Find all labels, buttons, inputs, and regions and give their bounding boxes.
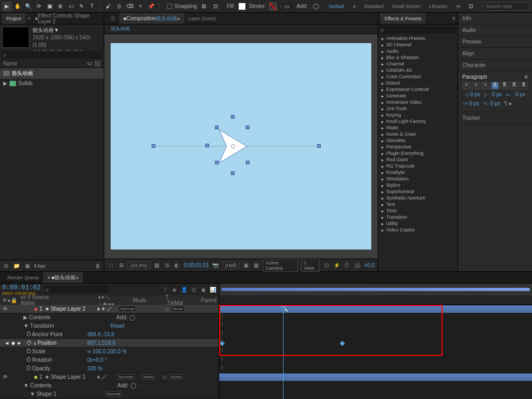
grid-icon[interactable]: ▦ <box>153 262 160 269</box>
mask-icon[interactable]: ◐ <box>173 262 180 269</box>
keyframe[interactable] <box>220 341 225 346</box>
bbox-handle[interactable] <box>215 161 219 164</box>
snapshot-icon[interactable]: 📷 <box>212 262 219 269</box>
layer-bar[interactable] <box>219 305 532 313</box>
hand-tool[interactable]: ✋ <box>13 2 22 11</box>
position-row[interactable]: ◄ ◆ ►⏱ ⊵ Position887.1,518.6 <box>0 339 219 347</box>
camera-dropdown[interactable]: Active Camera <box>263 259 298 272</box>
transform-row[interactable]: ▼ TransformReset <box>0 322 219 330</box>
effect-category[interactable]: Plugin Everything <box>378 150 458 156</box>
space-before[interactable]: ↑≡ 0 px <box>462 99 479 107</box>
parent-dropdown[interactable]: None <box>171 306 185 312</box>
new-folder-icon[interactable]: 📁 <box>13 262 20 270</box>
project-name-col[interactable]: Name <box>3 61 18 66</box>
selection-tool[interactable]: ▶ <box>2 2 12 11</box>
workspace-standard[interactable]: Standard <box>361 3 387 10</box>
rotation-row[interactable]: Ö Rotation0x+0.0 ° <box>0 356 219 364</box>
effect-category[interactable]: Obsolete <box>378 137 458 144</box>
effect-category[interactable]: Distort <box>378 80 458 86</box>
layer-switch-icon[interactable]: ☰ <box>106 13 119 24</box>
effect-category[interactable]: Keying <box>378 112 458 118</box>
keyframe[interactable] <box>340 341 345 346</box>
workspace-menu-icon[interactable]: ≡ <box>350 3 359 10</box>
viewer-time[interactable]: 0:00:01:01 <box>184 262 209 268</box>
workspace-libraries[interactable]: Libraries <box>426 3 451 10</box>
motion-blur-icon[interactable]: ◉ <box>200 286 207 293</box>
scale-row[interactable]: Ö Scale∞ 100.0,100.0 % <box>0 347 219 356</box>
bbox-handle[interactable] <box>231 171 235 175</box>
effect-controls-tab[interactable]: ■ Effect Controls Shape Layer 2 <box>31 13 104 24</box>
layer-bar[interactable] <box>219 373 532 381</box>
transparency-icon[interactable]: ▦ <box>253 262 260 269</box>
indent-left[interactable]: →| 0 px <box>462 92 480 97</box>
effect-category[interactable]: Rowbyte <box>378 169 458 176</box>
add-menu-icon[interactable]: ◯ <box>311 2 320 11</box>
resolution-dropdown[interactable]: (Half) <box>222 262 239 269</box>
effect-category[interactable]: Perspective <box>378 144 458 150</box>
timeline-search-input[interactable] <box>45 286 109 293</box>
indent-right[interactable]: ≡← 0 px <box>506 92 526 97</box>
effect-category[interactable]: Synthetic Aperture <box>378 195 458 201</box>
effect-category[interactable]: RG Trapcode <box>378 163 458 169</box>
composition-canvas[interactable] <box>111 43 371 250</box>
blend-mode-dropdown[interactable]: Normal <box>117 374 134 380</box>
search-help-input[interactable] <box>482 2 530 11</box>
indent-first[interactable]: |← 0 px <box>484 92 502 97</box>
parent-dropdown[interactable]: None <box>169 374 182 380</box>
opacity-row[interactable]: Ö Opacity100 % <box>0 364 219 373</box>
effect-category[interactable]: Noise & Grain <box>378 131 458 137</box>
frame-blend-icon[interactable]: ⊡ <box>190 286 197 293</box>
views-dropdown[interactable]: 1 View <box>301 259 320 272</box>
zoom-tool[interactable]: 🔍 <box>23 2 33 11</box>
stroke-width-input[interactable] <box>280 3 294 10</box>
effect-category[interactable]: Expression Controls <box>378 86 458 93</box>
path-handle[interactable] <box>152 144 155 148</box>
align-right-button[interactable]: ≡ <box>481 82 490 89</box>
path-handle[interactable] <box>317 144 321 148</box>
effect-category[interactable]: Blur & Sharpen <box>378 54 458 61</box>
contents-row-2[interactable]: ▼ ContentsAdd: ◯ <box>0 381 219 390</box>
blend-mode-dropdown[interactable]: Normal <box>119 306 136 312</box>
timeline-tab[interactable]: × ■ 箭头动画 ≡ <box>43 272 82 283</box>
delete-icon[interactable]: 🗑 <box>94 262 102 270</box>
effect-category[interactable]: Text <box>378 201 458 207</box>
effect-category[interactable]: Superluminal <box>378 188 458 195</box>
add-shape-button[interactable]: ◯ <box>130 383 136 388</box>
visibility-toggle[interactable]: 👁 <box>2 306 9 312</box>
effect-category[interactable]: Color Correction <box>378 73 458 80</box>
layer-2-row[interactable]: 👁 ■2 ★ Shape Layer 1 ♦ ／ Normal None ◎ N… <box>0 373 219 381</box>
eraser-tool[interactable]: ⌫ <box>125 2 135 11</box>
guides-icon[interactable]: ⊞ <box>163 262 170 269</box>
bbox-handle[interactable] <box>205 144 209 147</box>
composition-viewer[interactable] <box>104 34 378 259</box>
current-timecode[interactable]: 0:00:01:02 <box>2 284 40 291</box>
bbox-handle[interactable] <box>231 115 235 119</box>
comp-mini-flowchart-icon[interactable]: ⤴ <box>161 286 169 293</box>
layer-1-row[interactable]: 👁 ■1 ★ Shape Layer 2 ♦ ✶ ／ Normal ◎ None <box>0 305 219 313</box>
shy-icon[interactable]: 👤 <box>180 286 188 293</box>
magnification-icon[interactable]: 🖥 <box>118 262 124 269</box>
stroke-swatch[interactable] <box>269 3 277 10</box>
effects-search-input[interactable] <box>380 26 456 34</box>
flowchart-icon[interactable]: 品 <box>354 262 361 269</box>
anchor-tool[interactable]: ⊕ <box>55 2 65 11</box>
effect-category[interactable]: Simulation <box>378 176 458 182</box>
breadcrumb[interactable]: 箭头动画 <box>107 24 133 34</box>
project-search-input[interactable] <box>2 51 102 59</box>
info-panel-tab[interactable]: Info <box>458 13 532 24</box>
effect-category[interactable]: Generate <box>378 93 458 99</box>
type-tool[interactable]: T <box>87 2 97 11</box>
add-shape-button[interactable]: ◯ <box>129 314 135 320</box>
tracker-panel-tab[interactable]: Tracker <box>458 112 532 124</box>
effects-presets-tab[interactable]: Effects & Presets <box>380 13 426 24</box>
anchor-point-row[interactable]: Ö Anchor Point368.8,-16.8 <box>0 330 219 339</box>
timeline-icon[interactable]: ⏱ <box>344 262 351 269</box>
pen-tool[interactable]: ✎ <box>77 2 86 11</box>
effect-category[interactable]: Transition <box>378 214 458 220</box>
composition-tab[interactable]: ■ Composition 箭头动画 ≡ <box>119 13 184 24</box>
align-panel-tab[interactable]: Align <box>458 48 532 60</box>
character-panel-tab[interactable]: Character <box>458 60 532 71</box>
project-item-comp[interactable]: 箭头动画 <box>0 68 104 79</box>
rect-tool[interactable]: ▭ <box>66 2 76 11</box>
timeline-tracks[interactable]: ↖ I I I I I I I <box>219 305 532 399</box>
